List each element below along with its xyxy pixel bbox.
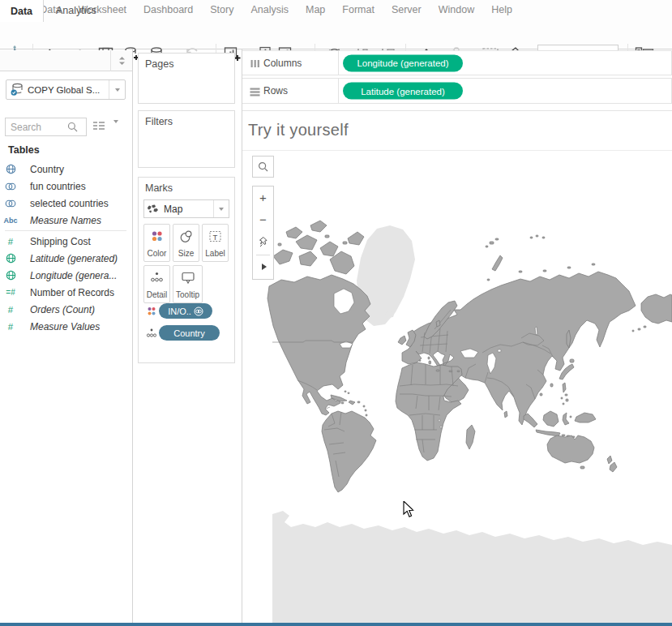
field-search: [5, 118, 87, 136]
field-longitude-generated[interactable]: Longitude (genera...: [0, 267, 131, 284]
menu-format[interactable]: Format: [342, 4, 375, 15]
columns-shelf[interactable]: Columns Longitude (generated): [242, 50, 672, 75]
rows-label: Rows: [263, 85, 288, 96]
label-icon: T: [208, 229, 222, 243]
field-orders-count[interactable]: # Orders (Count): [0, 301, 131, 318]
pin-icon: [258, 236, 268, 247]
set-icon: [194, 307, 203, 316]
size-icon: [179, 229, 194, 243]
zoom-out-button[interactable]: −: [253, 208, 273, 230]
number-icon: #: [0, 322, 21, 332]
world-map[interactable]: [242, 151, 672, 626]
tables-header: Tables: [8, 144, 40, 156]
menu-window[interactable]: Window: [439, 4, 474, 15]
svg-text:T: T: [213, 233, 218, 242]
globe-icon: [0, 270, 21, 281]
search-icon: [258, 161, 268, 172]
tableau-window: File Data Worksheet Dashboard Story Anal…: [0, 0, 672, 626]
abc-icon: Abc: [0, 217, 21, 225]
map-controls-expand-button[interactable]: [253, 257, 273, 277]
north-america: [268, 221, 370, 416]
tooltip-icon: [181, 271, 195, 285]
set-icon: [0, 182, 21, 191]
mouse-cursor: [403, 501, 415, 518]
pill-country[interactable]: Country: [159, 325, 220, 341]
pill-longitude-generated[interactable]: Longitude (generated): [343, 54, 463, 71]
columns-icon: [250, 59, 260, 68]
label-button[interactable]: T Label: [202, 224, 229, 262]
sheet-top-line: [242, 110, 672, 111]
pill-latitude-generated[interactable]: Latitude (generated): [343, 83, 463, 100]
zoom-in-button[interactable]: +: [253, 187, 273, 208]
detail-target-icon: [146, 328, 157, 339]
marks-label: Marks: [145, 182, 173, 194]
tooltip-button[interactable]: Tooltip: [173, 265, 203, 303]
field-latitude-generated[interactable]: Latitude (generated): [0, 250, 131, 267]
datasource-icon: [6, 83, 28, 96]
pane-sort-icon[interactable]: [110, 50, 132, 71]
number-icon: #: [0, 305, 21, 315]
panel-divider[interactable]: [132, 49, 133, 626]
number-equals-icon: =#: [0, 288, 21, 297]
size-button[interactable]: Size: [173, 224, 199, 262]
detail-icon: [150, 271, 164, 285]
field-country[interactable]: Country: [0, 161, 131, 178]
mark-type-dropdown[interactable]: Map: [143, 199, 229, 218]
menu-story[interactable]: Story: [210, 4, 233, 15]
menu-analysis[interactable]: Analysis: [250, 4, 289, 15]
globe-icon: [0, 164, 21, 174]
columns-label: Columns: [263, 58, 302, 69]
menu-dashboard[interactable]: Dashboard: [143, 4, 193, 15]
sheet-title: Try it yourself: [248, 121, 349, 139]
set-icon: [0, 199, 21, 208]
datasource-caret[interactable]: [109, 80, 125, 99]
indonesia-oceania: [524, 411, 617, 472]
color-button[interactable]: Color: [143, 224, 170, 262]
map-mark-icon: [144, 204, 161, 213]
detail-button[interactable]: Detail: [143, 265, 170, 303]
datasource-name: COPY Global S...: [28, 85, 109, 95]
search-icon: [67, 122, 78, 132]
mark-type-value: Map: [161, 204, 213, 215]
menu-server[interactable]: Server: [392, 4, 422, 15]
alaska: [632, 294, 672, 332]
field-number-of-records[interactable]: =# Number of Records: [0, 284, 131, 301]
color-target-icon: [146, 306, 157, 317]
globe-icon: [0, 253, 21, 264]
datasource-selector[interactable]: COPY Global S...: [6, 79, 126, 100]
map-search-button[interactable]: [252, 156, 274, 178]
zoom-home-pin-button[interactable]: [253, 230, 273, 253]
tab-analytics[interactable]: Analytics: [44, 0, 109, 21]
south-america: [322, 411, 376, 492]
fields-divider: [5, 230, 126, 231]
color-icon: [150, 229, 164, 243]
toolbar: T: [0, 19, 672, 49]
filters-label: Filters: [145, 116, 173, 127]
number-icon: #: [0, 237, 21, 247]
pill-in-out-set[interactable]: IN/O..: [159, 303, 212, 319]
tab-data[interactable]: Data: [0, 0, 44, 22]
map-zoom-controls: + −: [252, 186, 274, 280]
field-shipping-cost[interactable]: # Shipping Cost: [0, 233, 131, 250]
chevron-right-icon: [262, 264, 267, 270]
antarctica: [272, 511, 672, 626]
menu-map[interactable]: Map: [306, 4, 325, 15]
bottom-accent-bar: [0, 623, 672, 626]
field-measure-names[interactable]: Abc Measure Names: [0, 212, 131, 229]
search-input[interactable]: [6, 122, 67, 133]
africa: [396, 362, 475, 461]
rows-icon: [250, 88, 260, 96]
field-selected-countries[interactable]: selected countries: [0, 195, 131, 212]
view-as-list-icon[interactable]: [92, 120, 106, 133]
field-measure-values[interactable]: # Measure Values: [0, 318, 131, 335]
pages-label: Pages: [145, 58, 173, 70]
filters-shelf[interactable]: Filters: [138, 110, 235, 168]
search-options-caret[interactable]: [113, 123, 118, 138]
pages-shelf[interactable]: Pages: [138, 53, 235, 104]
rows-shelf[interactable]: Rows Latitude (generated): [242, 78, 672, 104]
mark-type-caret[interactable]: [213, 200, 229, 217]
field-fun-countries[interactable]: fun countries: [0, 178, 131, 195]
menu-help[interactable]: Help: [491, 4, 512, 15]
